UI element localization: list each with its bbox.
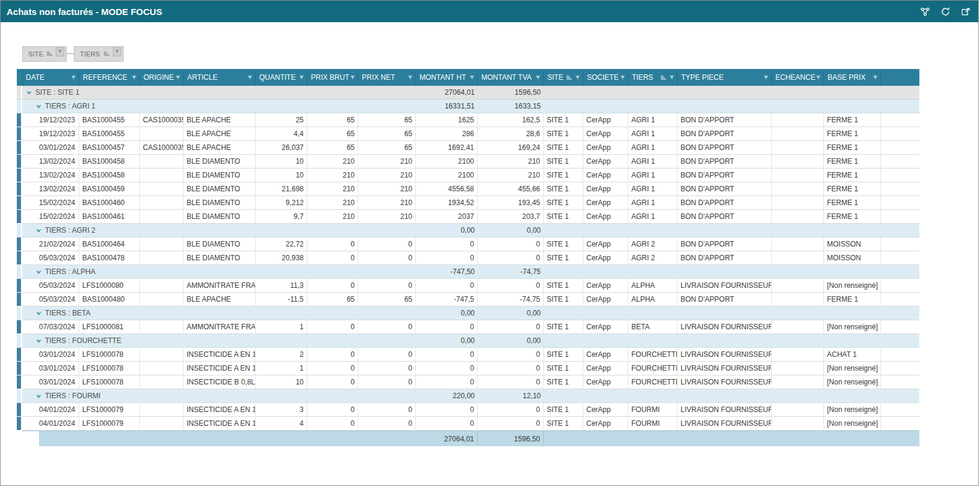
group-by-panel[interactable]: SITE TIERS [22,46,978,62]
group-row[interactable]: TIERS : AGRI 20,000,00 [17,224,919,238]
row-indicator[interactable] [17,196,22,210]
table-row[interactable]: 21/02/2024BAS1000464BLE DIAMENTO22,72000… [17,238,919,251]
row-indicator[interactable] [17,127,22,141]
table-row[interactable]: 13/02/2024BAS1000459BLE DIAMENTO21,69821… [17,182,919,196]
column-header-base_prix[interactable]: BASE PRIX [824,69,881,86]
filter-icon[interactable] [71,75,76,80]
table-row[interactable]: 03/01/2024LFS1000078INSECTICIDE B 0,8L10… [17,375,919,389]
chevron-down-icon[interactable] [35,103,42,110]
table-row[interactable]: 03/01/2024BAS1000457CAS1000035BLE APACHE… [17,141,919,155]
table-row[interactable]: 05/03/2024LFS1000080AMMONITRATE FRA11,30… [17,279,919,293]
row-indicator[interactable] [17,403,22,417]
cell-montant_tva: 0 [478,417,544,431]
column-header-prix_brut[interactable]: PRIX BRUT [307,69,358,86]
table-row[interactable]: 13/02/2024BAS1000458BLE DIAMENTO10210210… [17,169,919,182]
filter-icon[interactable] [113,47,121,56]
chevron-down-icon[interactable] [35,269,42,275]
group-row[interactable]: TIERS : FOURMI220,0012,10 [17,389,919,403]
row-indicator[interactable] [17,293,22,306]
table-row[interactable]: 05/03/2024BAS1000478BLE DIAMENTO20,93800… [17,251,919,265]
filter-icon[interactable] [350,75,355,80]
group-row[interactable]: TIERS : ALPHA-747,50-74,75 [17,265,919,279]
group-row[interactable]: SITE : SITE 127064,011596,50 [17,86,919,100]
filter-icon[interactable] [407,75,413,80]
row-indicator[interactable] [17,320,22,334]
row-indicator[interactable] [17,100,22,113]
cell-quantite: 2 [256,348,307,362]
table-row[interactable]: 05/03/2024BAS1000480BLE APACHE-11,56565-… [17,293,919,306]
chevron-down-icon[interactable] [35,393,42,399]
row-indicator[interactable] [17,141,22,155]
row-indicator[interactable] [17,389,22,403]
filter-icon[interactable] [56,47,64,56]
filter-icon[interactable] [620,75,625,80]
filter-icon[interactable] [535,75,541,80]
row-indicator[interactable] [17,113,22,127]
row-indicator[interactable] [17,348,22,362]
row-indicator[interactable] [17,238,22,251]
column-header-article[interactable]: ARTICLE [184,69,256,86]
row-indicator[interactable] [17,334,22,348]
table-row[interactable]: 04/01/2024LFS1000079INSECTICIDE A EN 140… [17,417,919,431]
row-indicator[interactable] [17,210,22,224]
table-row[interactable]: 04/01/2024LFS1000079INSECTICIDE A EN 130… [17,403,919,417]
row-indicator[interactable] [17,362,22,375]
row-indicator[interactable] [17,169,22,182]
row-indicator[interactable] [17,265,22,279]
workflow-icon[interactable] [919,6,930,17]
cell-prix_brut: 210 [307,196,358,210]
column-header-quantite[interactable]: QUANTITE [256,69,307,86]
group-chip-tiers[interactable]: TIERS [74,46,123,62]
column-header-date[interactable]: DATE [22,69,79,86]
group-row[interactable]: TIERS : FOURCHETTE0,000,00 [17,334,919,348]
table-row[interactable]: 15/02/2024BAS1000460BLE DIAMENTO9,212210… [17,196,919,210]
row-indicator[interactable] [17,224,22,238]
filter-icon[interactable] [669,75,675,80]
row-indicator[interactable] [17,86,22,100]
column-header-echeance[interactable]: ECHEANCE [772,69,824,86]
chevron-down-icon[interactable] [35,338,42,344]
filter-icon[interactable] [575,75,580,80]
column-header-reference[interactable]: REFERENCE [79,69,140,86]
filter-icon[interactable] [175,75,181,80]
filter-icon[interactable] [299,75,304,80]
row-indicator[interactable] [17,306,22,320]
filter-icon[interactable] [873,75,878,80]
row-indicator[interactable] [17,417,22,431]
filter-icon[interactable] [247,75,253,80]
table-row[interactable]: 03/01/2024LFS1000078INSECTICIDE A EN 110… [17,362,919,375]
table-row[interactable]: 13/02/2024BAS1000458BLE DIAMENTO10210210… [17,155,919,169]
table-row[interactable]: 15/02/2024BAS1000461BLE DIAMENTO9,721021… [17,210,919,224]
refresh-icon[interactable] [940,6,951,17]
cell-origine [140,362,184,375]
group-row[interactable]: TIERS : BETA0,000,00 [17,306,919,320]
column-header-tiers[interactable]: TIERS [628,69,678,86]
cell-echeance [772,196,824,210]
column-header-site[interactable]: SITE [544,69,583,86]
row-indicator[interactable] [17,155,22,169]
chevron-down-icon[interactable] [26,89,32,96]
group-chip-site[interactable]: SITE [22,46,67,62]
filter-icon[interactable] [131,75,137,80]
chevron-down-icon[interactable] [35,227,42,234]
table-row[interactable]: 03/01/2024LFS1000078INSECTICIDE A EN 120… [17,348,919,362]
column-header-type_piece[interactable]: TYPE PIECE [678,69,772,86]
column-header-montant_tva[interactable]: MONTANT TVA [478,69,544,86]
table-row[interactable]: 19/12/2023BAS1000455BLE APACHE4,46565286… [17,127,919,141]
row-indicator[interactable] [17,375,22,389]
row-indicator[interactable] [17,182,22,196]
column-header-origine[interactable]: ORIGINE [140,69,184,86]
filter-icon[interactable] [763,75,769,80]
chevron-down-icon[interactable] [35,310,42,317]
column-header-societe[interactable]: SOCIETE [583,69,628,86]
row-indicator[interactable] [17,251,22,265]
group-row[interactable]: TIERS : AGRI 116331,511633,15 [17,100,919,113]
filter-icon[interactable] [816,75,821,80]
filter-icon[interactable] [469,75,475,80]
column-header-prix_net[interactable]: PRIX NET [358,69,416,86]
table-row[interactable]: 07/03/2024LFS1000081AMMONITRATE FRA10000… [17,320,919,334]
export-window-icon[interactable] [960,6,971,17]
column-header-montant_ht[interactable]: MONTANT HT [416,69,478,86]
table-row[interactable]: 19/12/2023BAS1000455CAS1000035BLE APACHE… [17,113,919,127]
row-indicator[interactable] [17,279,22,293]
